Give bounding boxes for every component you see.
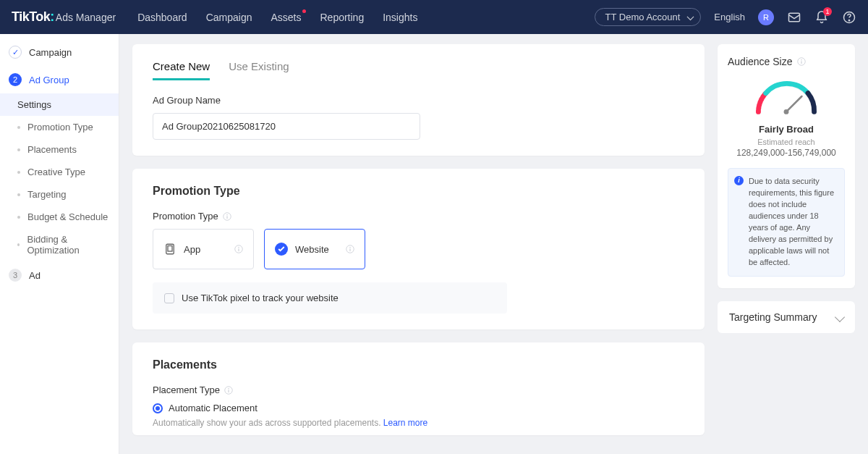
substep-settings[interactable]: Settings <box>0 93 119 116</box>
brand-logo: TikTok: <box>12 9 54 25</box>
svg-point-2 <box>848 20 849 20</box>
audience-range: 128,249,000-156,749,000 <box>728 148 845 158</box>
svg-rect-7 <box>168 246 172 252</box>
svg-point-4 <box>226 214 227 215</box>
promotion-title: Promotion Type <box>153 185 684 198</box>
svg-rect-16 <box>228 390 229 392</box>
placement-type-label: Placement Type <box>153 384 684 395</box>
step-campaign[interactable]: ✓ Campaign <box>0 38 119 66</box>
account-selector[interactable]: TT Demo Account <box>595 8 702 26</box>
nav-campaign[interactable]: Campaign <box>206 12 252 23</box>
info-icon <box>797 57 806 66</box>
svg-rect-13 <box>349 248 350 251</box>
pixel-toggle-row[interactable]: Use TikTok pixel to track your website <box>153 282 507 314</box>
create-card: Create New Use Existing Ad Group Name <box>132 44 705 156</box>
adgroup-name-input[interactable] <box>153 113 420 140</box>
svg-rect-19 <box>801 61 801 64</box>
step-ad-group[interactable]: 2 Ad Group <box>0 66 119 93</box>
learn-more-link[interactable]: Learn more <box>383 418 427 428</box>
app-header: TikTok: Ads Manager Dashboard Campaign A… <box>0 0 868 34</box>
info-icon <box>234 245 243 253</box>
audience-sub: Estimated reach <box>728 138 845 146</box>
placement-auto-option[interactable]: Automatic Placement <box>153 403 684 413</box>
app-icon <box>163 243 176 256</box>
tab-use-existing[interactable]: Use Existing <box>229 60 289 80</box>
placements-title: Placements <box>153 358 684 371</box>
step-ad[interactable]: 3 Ad <box>0 261 119 289</box>
info-icon <box>224 386 233 395</box>
audience-gauge-icon <box>744 75 829 118</box>
substep-targeting[interactable]: Targeting <box>0 183 119 206</box>
inbox-icon[interactable] <box>787 10 801 25</box>
placements-card: Placements Placement Type Automatic Plac… <box>132 342 705 435</box>
nav-assets[interactable]: Assets <box>271 12 301 23</box>
help-icon[interactable] <box>842 10 856 25</box>
brand-sub: Ads Manager <box>56 12 116 23</box>
svg-point-18 <box>801 59 801 60</box>
notification-badge: 1 <box>823 7 832 16</box>
substep-creative-type[interactable]: Creative Type <box>0 161 119 183</box>
svg-point-9 <box>238 247 239 248</box>
svg-point-12 <box>349 247 350 248</box>
substep-placements[interactable]: Placements <box>0 138 119 161</box>
svg-line-20 <box>786 96 801 112</box>
check-icon: ✓ <box>9 46 22 59</box>
svg-point-21 <box>784 109 789 114</box>
checkbox-icon[interactable] <box>164 293 174 303</box>
option-website[interactable]: Website <box>264 229 365 269</box>
radio-icon <box>153 403 163 413</box>
audience-size-card: Audience Size Fairly Broad Estimated rea… <box>718 44 855 288</box>
svg-rect-10 <box>238 248 239 251</box>
targeting-summary-toggle[interactable]: Targeting Summary <box>718 301 855 333</box>
option-app[interactable]: App <box>153 229 254 269</box>
nav-reporting[interactable]: Reporting <box>320 12 364 23</box>
tab-create-new[interactable]: Create New <box>153 60 210 80</box>
adgroup-name-label: Ad Group Name <box>153 95 684 106</box>
bell-icon[interactable]: 1 <box>814 10 829 25</box>
promotion-type-label: Promotion Type <box>153 211 684 222</box>
nav-insights[interactable]: Insights <box>383 12 417 23</box>
step-sidebar: ✓ Campaign 2 Ad Group Settings Promotion… <box>0 34 119 454</box>
audience-size-title: Audience Size <box>728 56 845 67</box>
substep-budget-schedule[interactable]: Budget & Schedule <box>0 206 119 228</box>
user-avatar[interactable]: R <box>758 9 774 25</box>
check-icon <box>275 243 288 256</box>
info-icon <box>346 245 354 253</box>
info-icon <box>223 212 231 221</box>
nav-dashboard[interactable]: Dashboard <box>137 12 187 23</box>
substep-promotion-type[interactable]: Promotion Type <box>0 116 119 138</box>
assets-indicator-icon <box>302 9 306 13</box>
step-number-icon: 2 <box>9 73 22 86</box>
step-number-icon: 3 <box>9 269 22 282</box>
top-nav: Dashboard Campaign Assets Reporting Insi… <box>137 12 417 23</box>
language-selector[interactable]: English <box>714 12 745 22</box>
svg-rect-5 <box>226 216 227 219</box>
chevron-down-icon <box>835 311 845 321</box>
audience-label: Fairly Broad <box>728 124 845 135</box>
substep-bidding[interactable]: Bidding & Optimization <box>0 228 119 261</box>
placement-auto-hint: Automatically show your ads across suppo… <box>153 418 684 428</box>
promotion-card: Promotion Type Promotion Type App <box>132 169 705 329</box>
audience-notice: Due to data security requirements, this … <box>728 168 845 277</box>
svg-rect-0 <box>789 13 800 22</box>
svg-point-15 <box>228 388 229 389</box>
